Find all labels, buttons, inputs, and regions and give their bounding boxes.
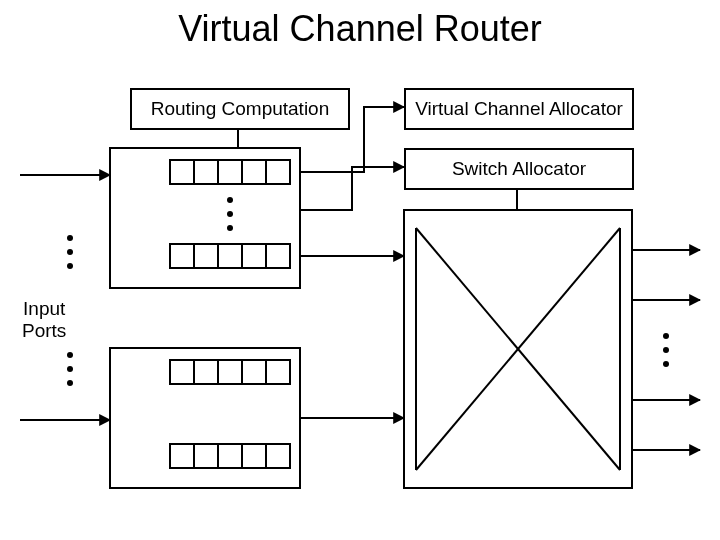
svg-point-36 <box>663 347 669 353</box>
svg-point-32 <box>67 352 73 358</box>
svg-point-30 <box>67 249 73 255</box>
svg-rect-15 <box>170 444 290 468</box>
diagram-svg <box>0 0 720 540</box>
output-ellipsis <box>663 333 669 367</box>
svg-rect-0 <box>170 160 290 184</box>
svg-point-35 <box>663 333 669 339</box>
svg-rect-10 <box>170 360 290 384</box>
svg-point-22 <box>227 225 233 231</box>
svg-point-20 <box>227 197 233 203</box>
port0-vcx-buffer <box>170 244 290 268</box>
svg-rect-5 <box>170 244 290 268</box>
diagram: Virtual Channel Router Routing Computati… <box>0 0 720 540</box>
left-ellipsis-top <box>67 235 73 269</box>
svg-point-33 <box>67 366 73 372</box>
svg-point-29 <box>67 235 73 241</box>
svg-point-37 <box>663 361 669 367</box>
svg-point-31 <box>67 263 73 269</box>
port1-vcx-buffer <box>170 444 290 468</box>
port0-vc0-buffer <box>170 160 290 184</box>
svg-point-34 <box>67 380 73 386</box>
port0-to-sa <box>300 167 404 210</box>
port0-ellipsis <box>227 197 233 231</box>
port1-vc0-buffer <box>170 360 290 384</box>
port0-to-vca <box>300 107 404 172</box>
svg-point-21 <box>227 211 233 217</box>
left-ellipsis-bottom <box>67 352 73 386</box>
